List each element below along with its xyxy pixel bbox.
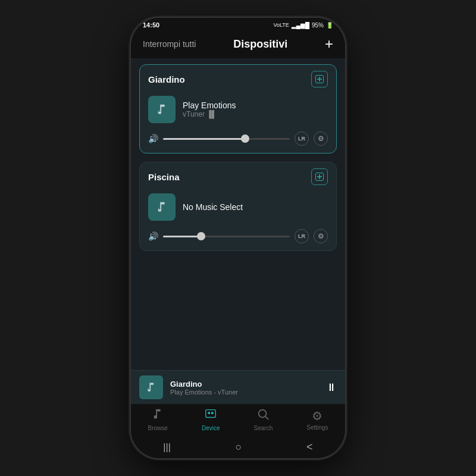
phone-frame: 14:50 VoLTE ▂▄▆█ 95% 🔋 Interrompi tutti … bbox=[131, 18, 345, 458]
track-info-giardino: Play Emotions vTuner ▐▌ bbox=[183, 101, 236, 118]
now-playing-bar[interactable]: Giardino Play Emotions - vTuner ⏸ bbox=[131, 370, 345, 404]
battery-level: 95% bbox=[312, 22, 324, 29]
volume-slider-giardino[interactable] bbox=[163, 138, 290, 140]
add-to-group-button-piscina[interactable] bbox=[311, 168, 328, 185]
add-device-button[interactable]: + bbox=[325, 36, 333, 52]
nav-item-browse[interactable]: Browse bbox=[148, 408, 168, 431]
top-nav: Interrompi tutti Dispositivi + bbox=[131, 31, 345, 58]
device-icon bbox=[204, 408, 217, 424]
np-thumbnail bbox=[139, 375, 163, 399]
device-name-piscina: Piscina bbox=[148, 172, 180, 182]
svg-line-10 bbox=[266, 416, 269, 419]
volume-icon-giardino: 🔊 bbox=[148, 134, 158, 143]
settings-icon: ⚙ bbox=[312, 409, 322, 423]
browse-label: Browse bbox=[148, 425, 168, 431]
svg-rect-8 bbox=[211, 412, 214, 414]
signal-bars: ▂▄▆█ bbox=[292, 22, 309, 29]
system-nav: ||| ○ < bbox=[131, 439, 345, 458]
track-info-piscina: No Music Select bbox=[183, 202, 243, 212]
np-title: Giardino bbox=[170, 380, 319, 389]
add-to-group-button-giardino[interactable] bbox=[311, 71, 328, 87]
device-card-piscina: Piscina bbox=[139, 162, 337, 251]
battery-icon: 🔋 bbox=[326, 22, 333, 29]
signal-strength: VoLTE bbox=[273, 22, 289, 28]
home-icon[interactable]: ○ bbox=[236, 441, 242, 453]
settings-button-giardino[interactable]: ⚙ bbox=[314, 131, 328, 146]
svg-rect-6 bbox=[206, 410, 216, 418]
settings-button-piscina[interactable]: ⚙ bbox=[314, 229, 328, 243]
device-label: Device bbox=[202, 425, 220, 431]
bottom-nav: Browse Device bbox=[131, 404, 345, 439]
stop-all-button[interactable]: Interrompi tutti bbox=[143, 39, 196, 49]
device-card-giardino: Giardino bbox=[139, 64, 337, 154]
device-list: Giardino bbox=[131, 58, 345, 370]
page-title: Dispositivi bbox=[233, 38, 287, 51]
track-title-piscina: No Music Select bbox=[183, 202, 243, 212]
track-row-piscina[interactable]: No Music Select bbox=[140, 190, 336, 227]
phone-screen: 14:50 VoLTE ▂▄▆█ 95% 🔋 Interrompi tutti … bbox=[131, 18, 345, 458]
browse-icon bbox=[151, 408, 164, 424]
pause-button[interactable]: ⏸ bbox=[326, 381, 337, 394]
track-thumbnail-piscina bbox=[148, 193, 176, 221]
volume-slider-piscina[interactable] bbox=[163, 236, 290, 237]
status-time: 14:50 bbox=[143, 21, 159, 29]
device-header-piscina: Piscina bbox=[140, 162, 336, 190]
recent-apps-icon[interactable]: ||| bbox=[163, 442, 170, 453]
settings-label: Settings bbox=[306, 424, 328, 431]
device-name-giardino: Giardino bbox=[148, 74, 185, 84]
nav-item-settings[interactable]: ⚙ Settings bbox=[306, 409, 328, 431]
back-icon[interactable]: < bbox=[306, 441, 313, 453]
lr-label: LR bbox=[298, 136, 305, 142]
nav-item-search[interactable]: Search bbox=[254, 408, 273, 431]
np-subtitle: Play Emotions - vTuner bbox=[170, 389, 319, 396]
nav-item-device[interactable]: Device bbox=[202, 408, 220, 431]
track-title-giardino: Play Emotions bbox=[183, 101, 236, 110]
svg-point-9 bbox=[259, 410, 267, 418]
lr-button-giardino[interactable]: LR bbox=[295, 131, 309, 146]
track-thumbnail-giardino bbox=[148, 96, 176, 123]
search-icon bbox=[256, 408, 270, 424]
svg-rect-7 bbox=[208, 412, 211, 414]
lr-button-piscina[interactable]: LR bbox=[295, 229, 309, 243]
status-bar: 14:50 VoLTE ▂▄▆█ 95% 🔋 bbox=[131, 18, 345, 31]
track-subtitle-giardino: vTuner ▐▌ bbox=[183, 110, 236, 118]
device-header-giardino: Giardino bbox=[140, 65, 336, 92]
status-right: VoLTE ▂▄▆█ 95% 🔋 bbox=[273, 22, 333, 29]
track-row-giardino[interactable]: Play Emotions vTuner ▐▌ bbox=[140, 92, 336, 129]
controls-row-piscina: 🔊 LR ⚙ bbox=[140, 227, 336, 250]
controls-row-giardino: 🔊 LR ⚙ bbox=[140, 129, 336, 153]
np-info: Giardino Play Emotions - vTuner bbox=[170, 380, 319, 396]
lr-label-piscina: LR bbox=[298, 233, 305, 239]
volume-icon-piscina: 🔊 bbox=[148, 231, 158, 241]
search-label: Search bbox=[254, 425, 273, 431]
notch bbox=[208, 18, 268, 31]
